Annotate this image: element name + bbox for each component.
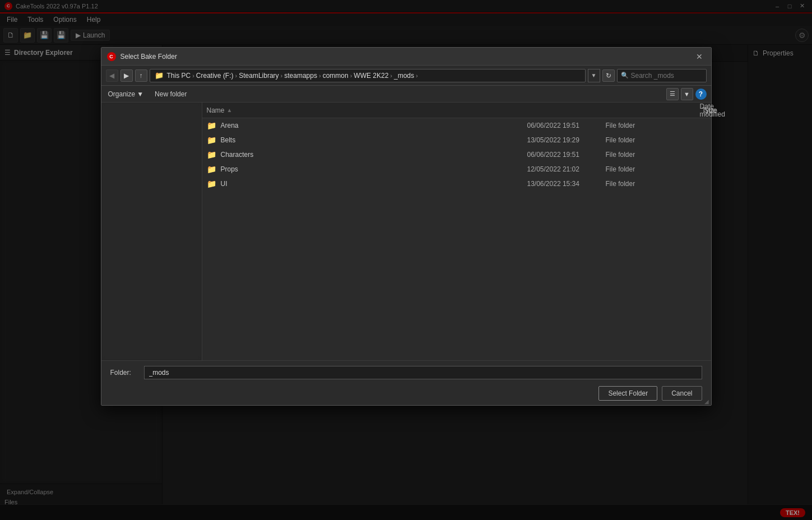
folder-icon: 📁	[207, 165, 216, 174]
folder-input[interactable]	[144, 366, 702, 379]
path-segment-steamapps: steamapps	[284, 72, 317, 80]
path-segment-thispc: This PC	[167, 72, 191, 80]
address-refresh-button[interactable]: ↻	[602, 69, 615, 82]
file-name: Belts	[221, 136, 527, 144]
new-folder-button[interactable]: New folder	[150, 89, 191, 99]
file-name: Arena	[221, 122, 527, 129]
folder-icon: 📁	[207, 179, 216, 188]
file-row[interactable]: 📁 Characters 06/06/2022 19:51 File folde…	[202, 147, 711, 162]
file-list-header: Name ▲ Date modified Type Size	[202, 103, 711, 118]
help-button[interactable]: ?	[695, 89, 707, 100]
modal-title: Select Bake Folder	[120, 53, 689, 61]
file-date: 13/06/2022 15:34	[527, 180, 606, 188]
path-segment-common: common	[323, 72, 349, 80]
col-header-size[interactable]: Size	[704, 106, 707, 114]
organize-label: Organize	[108, 90, 136, 98]
file-type: File folder	[606, 180, 662, 188]
file-date: 06/06/2022 19:51	[527, 122, 606, 129]
address-dropdown-button[interactable]: ▼	[588, 69, 600, 82]
folder-icon: 📁	[207, 121, 216, 130]
modal-file-pane: Name ▲ Date modified Type Size	[202, 103, 711, 360]
modal-toolbar-right: ☰ ▼ ?	[666, 88, 707, 100]
file-date: 12/05/2022 21:02	[527, 165, 606, 173]
file-date: 06/06/2022 19:51	[527, 151, 606, 159]
modal-close-button[interactable]: ✕	[693, 50, 706, 63]
nav-pane-content	[101, 103, 202, 360]
folder-label: Folder:	[110, 369, 138, 377]
address-path[interactable]: 📁 This PC › Creative (F:) › SteamLibrary…	[150, 69, 586, 82]
path-segment-creative: Creative (F:)	[196, 72, 234, 80]
modal-address-bar: ◀ ▶ ↑ 📁 This PC › Creative (F:) › SteamL…	[101, 66, 711, 86]
path-segment-mods: _mods	[394, 72, 414, 80]
organize-button[interactable]: Organize ▼	[106, 89, 146, 99]
modal-icon: C	[107, 52, 116, 61]
path-segment-wwe2k22: WWE 2K22	[354, 72, 388, 80]
view-dropdown-button[interactable]: ▼	[681, 88, 693, 100]
organize-dropdown-icon: ▼	[137, 90, 143, 98]
modal-titlebar: C Select Bake Folder ✕	[101, 48, 711, 66]
search-box: 🔍	[617, 69, 707, 82]
modal-nav-pane[interactable]	[101, 103, 202, 360]
file-type: File folder	[606, 165, 662, 173]
file-list-body: 📁 Arena 06/06/2022 19:51 File folder 📁 B…	[202, 118, 711, 360]
modal-dialog: C Select Bake Folder ✕ ◀ ▶ ↑ 📁 This PC ›…	[101, 47, 712, 406]
modal-body: Name ▲ Date modified Type Size	[101, 103, 711, 360]
file-type: File folder	[606, 122, 662, 129]
file-row[interactable]: 📁 Arena 06/06/2022 19:51 File folder	[202, 118, 711, 133]
path-segment-steamlibrary: SteamLibrary	[239, 72, 279, 80]
file-row[interactable]: 📁 Belts 13/05/2022 19:29 File folder	[202, 133, 711, 147]
file-type: File folder	[606, 151, 662, 159]
search-icon: 🔍	[621, 72, 629, 79]
modal-footer: Folder: Select Folder Cancel	[101, 360, 711, 405]
sort-icon: ▲	[227, 107, 233, 113]
nav-back-button[interactable]: ◀	[106, 69, 118, 82]
file-name: Characters	[221, 151, 527, 159]
folder-icon: 📁	[207, 136, 216, 145]
file-name: Props	[221, 165, 527, 173]
file-date: 13/05/2022 19:29	[527, 136, 606, 144]
path-folder-icon: 📁	[155, 71, 164, 80]
modal-toolbar: Organize ▼ New folder ☰ ▼ ?	[101, 86, 711, 103]
file-row[interactable]: 📁 Props 12/05/2022 21:02 File folder	[202, 162, 711, 177]
modal-overlay: C Select Bake Folder ✕ ◀ ▶ ↑ 📁 This PC ›…	[0, 0, 812, 520]
folder-row: Folder:	[110, 366, 702, 379]
file-type: File folder	[606, 136, 662, 144]
cancel-button[interactable]: Cancel	[662, 386, 702, 401]
view-list-button[interactable]: ☰	[666, 88, 679, 100]
modal-resize-handle[interactable]: ◢	[704, 398, 711, 405]
nav-forward-button[interactable]: ▶	[120, 69, 133, 82]
button-row: Select Folder Cancel	[110, 386, 702, 401]
file-name: UI	[221, 180, 527, 188]
nav-up-button[interactable]: ↑	[135, 69, 147, 82]
select-folder-button[interactable]: Select Folder	[598, 386, 657, 401]
folder-icon: 📁	[207, 150, 216, 159]
search-input[interactable]	[631, 72, 698, 80]
file-row[interactable]: 📁 UI 13/06/2022 15:34 File folder	[202, 177, 711, 191]
col-header-name[interactable]: Name ▲	[207, 106, 700, 114]
